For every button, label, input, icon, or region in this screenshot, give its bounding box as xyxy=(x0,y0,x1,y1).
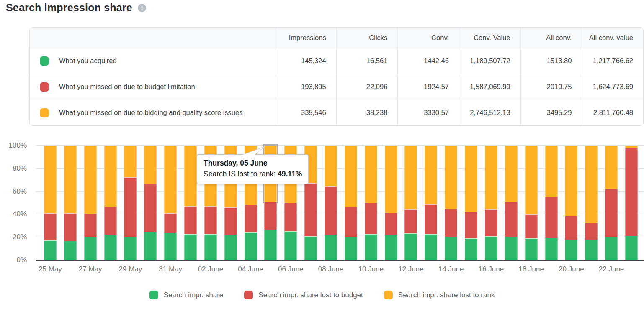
bar-segment-lost-budget[interactable] xyxy=(585,223,598,239)
bar-segment-share[interactable] xyxy=(304,236,317,260)
bar-segment-lost-rank[interactable] xyxy=(445,146,457,209)
bar-segment-share[interactable] xyxy=(44,240,57,260)
bar-segment-lost-rank[interactable] xyxy=(404,146,417,209)
bar-segment-share[interactable] xyxy=(104,235,117,260)
bar-segment-share[interactable] xyxy=(525,238,538,260)
bar-segment-lost-budget[interactable] xyxy=(625,148,638,236)
bar-13-june[interactable] xyxy=(425,146,437,260)
bar-segment-share[interactable] xyxy=(505,237,518,260)
bar-segment-lost-budget[interactable] xyxy=(224,207,237,235)
bar-23-june[interactable] xyxy=(625,146,638,260)
bar-segment-lost-budget[interactable] xyxy=(425,204,437,234)
bar-segment-lost-rank[interactable] xyxy=(505,146,518,202)
bar-segment-lost-budget[interactable] xyxy=(164,213,177,233)
bar-11-june[interactable] xyxy=(385,146,397,260)
bar-10-june[interactable] xyxy=(365,146,377,260)
bar-segment-lost-budget[interactable] xyxy=(204,206,217,234)
bar-27-may[interactable] xyxy=(84,146,97,260)
bar-segment-lost-budget[interactable] xyxy=(525,214,538,238)
bar-09-june[interactable] xyxy=(345,146,357,260)
bar-segment-share[interactable] xyxy=(404,233,417,260)
bar-18-june[interactable] xyxy=(525,146,538,260)
bar-segment-share[interactable] xyxy=(385,235,397,260)
bar-segment-lost-rank[interactable] xyxy=(325,146,337,186)
bar-segment-share[interactable] xyxy=(245,232,257,260)
bar-segment-lost-rank[interactable] xyxy=(545,146,558,197)
bar-segment-share[interactable] xyxy=(204,234,217,260)
bar-28-may[interactable] xyxy=(104,146,117,260)
bar-segment-share[interactable] xyxy=(625,236,638,260)
bar-segment-lost-budget[interactable] xyxy=(485,209,497,236)
bar-segment-lost-budget[interactable] xyxy=(465,212,477,238)
bar-25-may[interactable] xyxy=(44,146,57,260)
bar-segment-lost-budget[interactable] xyxy=(445,209,457,237)
bar-segment-lost-rank[interactable] xyxy=(144,146,157,184)
bar-26-may[interactable] xyxy=(64,146,77,260)
info-icon[interactable]: i xyxy=(138,4,146,12)
bar-segment-lost-budget[interactable] xyxy=(44,213,57,240)
bar-segment-share[interactable] xyxy=(465,238,477,260)
bar-segment-share[interactable] xyxy=(164,233,177,260)
bar-segment-lost-rank[interactable] xyxy=(485,146,497,209)
bar-14-june[interactable] xyxy=(445,146,457,260)
bar-08-june[interactable] xyxy=(325,146,337,260)
bar-segment-lost-budget[interactable] xyxy=(124,177,137,237)
bar-segment-share[interactable] xyxy=(605,237,618,260)
bar-segment-share[interactable] xyxy=(425,234,437,260)
legend-item-share[interactable]: Search impr. share xyxy=(149,291,224,299)
bar-segment-lost-budget[interactable] xyxy=(84,214,97,237)
bar-30-may[interactable] xyxy=(144,146,157,260)
bar-segment-lost-budget[interactable] xyxy=(404,209,417,234)
bar-29-may[interactable] xyxy=(124,146,137,260)
bar-segment-lost-rank[interactable] xyxy=(345,146,357,207)
bar-segment-lost-rank[interactable] xyxy=(84,146,97,214)
bar-segment-share[interactable] xyxy=(284,231,297,260)
bar-segment-lost-budget[interactable] xyxy=(304,183,317,236)
legend-item-lost-budget[interactable]: Search impr. share lost to budget xyxy=(244,291,363,299)
bar-segment-lost-rank[interactable] xyxy=(525,146,538,214)
bar-segment-lost-budget[interactable] xyxy=(345,207,357,237)
bar-segment-lost-budget[interactable] xyxy=(144,184,157,232)
bar-segment-lost-budget[interactable] xyxy=(605,189,618,237)
bar-segment-share[interactable] xyxy=(485,236,497,260)
bar-segment-share[interactable] xyxy=(445,237,457,260)
bar-01-june[interactable] xyxy=(184,146,197,260)
bar-segment-share[interactable] xyxy=(365,234,377,260)
bar-12-june[interactable] xyxy=(404,146,417,260)
bar-segment-share[interactable] xyxy=(64,241,77,260)
bar-segment-lost-budget[interactable] xyxy=(184,206,197,234)
legend-item-lost-rank[interactable]: Search impr. share lost to rank xyxy=(384,291,495,299)
bar-segment-share[interactable] xyxy=(545,238,558,260)
bar-22-june[interactable] xyxy=(605,146,618,260)
bar-segment-lost-budget[interactable] xyxy=(565,216,577,239)
bar-segment-share[interactable] xyxy=(585,240,598,260)
bar-segment-lost-budget[interactable] xyxy=(545,197,558,238)
bar-segment-share[interactable] xyxy=(325,235,337,260)
bar-segment-share[interactable] xyxy=(264,230,277,260)
bar-segment-share[interactable] xyxy=(184,234,197,260)
bar-segment-lost-rank[interactable] xyxy=(124,146,137,177)
bar-segment-lost-budget[interactable] xyxy=(325,186,337,235)
bar-segment-lost-rank[interactable] xyxy=(184,146,197,206)
bar-segment-lost-rank[interactable] xyxy=(565,146,577,216)
bar-segment-lost-budget[interactable] xyxy=(64,213,77,241)
bar-segment-share[interactable] xyxy=(345,237,357,260)
bar-segment-lost-rank[interactable] xyxy=(465,146,477,212)
bar-segment-lost-rank[interactable] xyxy=(385,146,397,213)
bar-segment-lost-budget[interactable] xyxy=(385,213,397,235)
bar-17-june[interactable] xyxy=(505,146,518,260)
bar-16-june[interactable] xyxy=(485,146,497,260)
bar-15-june[interactable] xyxy=(465,146,477,260)
bar-21-june[interactable] xyxy=(585,146,598,260)
bar-segment-lost-budget[interactable] xyxy=(264,202,277,230)
bar-segment-lost-rank[interactable] xyxy=(365,146,377,203)
bar-segment-share[interactable] xyxy=(565,240,577,260)
bar-segment-lost-rank[interactable] xyxy=(585,146,598,223)
bar-segment-share[interactable] xyxy=(224,235,237,260)
bar-segment-lost-rank[interactable] xyxy=(44,146,57,213)
bar-20-june[interactable] xyxy=(565,146,577,260)
bar-segment-lost-budget[interactable] xyxy=(284,203,297,231)
bar-segment-lost-rank[interactable] xyxy=(425,146,437,204)
bar-segment-lost-budget[interactable] xyxy=(104,207,117,235)
bar-segment-lost-budget[interactable] xyxy=(505,202,518,237)
